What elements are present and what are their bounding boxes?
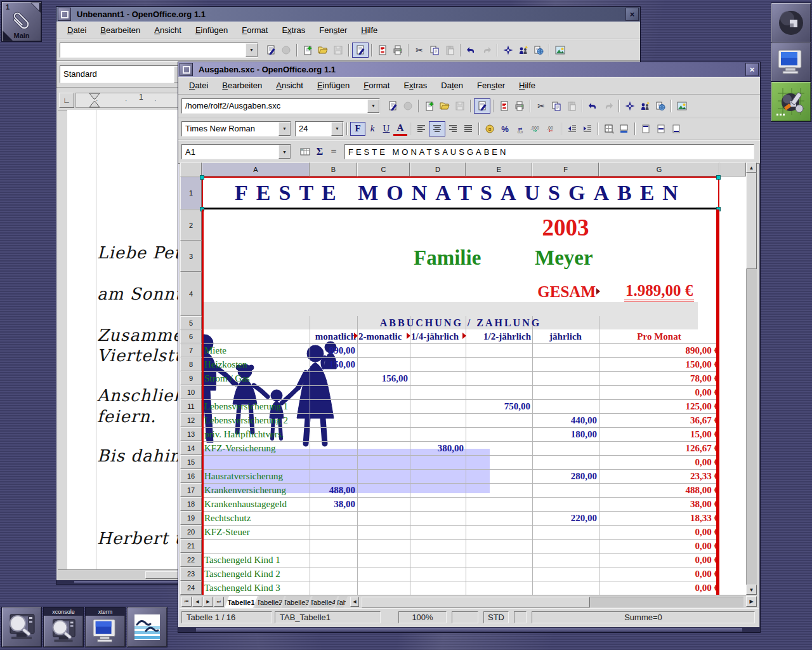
print-preview-icon[interactable]: [390, 43, 405, 57]
menu-fenster[interactable]: Fenster: [470, 77, 512, 94]
cell-F13[interactable]: 180,00: [532, 427, 599, 441]
edit-file-icon[interactable]: [263, 43, 278, 57]
cell-G23[interactable]: 0,00 €: [599, 567, 719, 581]
sheet-tab-tabelle4[interactable]: Tabelle4: [308, 596, 337, 608]
spreadsheet-grid[interactable]: ABCDEFG123456789101112131415161718192021…: [180, 162, 746, 595]
cell-G7[interactable]: 890,00 €: [599, 343, 719, 357]
gallery-icon[interactable]: [638, 99, 653, 113]
edit-file-mode-icon[interactable]: [352, 43, 369, 58]
scroll-up-icon[interactable]: ▲: [746, 162, 757, 173]
gallery-icon[interactable]: [516, 43, 531, 57]
undo-icon[interactable]: [586, 99, 601, 113]
row-label-18[interactable]: Krankenhaustagegeld: [203, 497, 310, 511]
menu-fenster[interactable]: Fenster: [312, 22, 354, 39]
menu-bearbeiten[interactable]: Bearbeiten: [93, 22, 147, 39]
row-header-17[interactable]: 17: [180, 483, 202, 497]
row-label-7[interactable]: Miete: [203, 343, 310, 357]
row-header-10[interactable]: 10: [180, 385, 202, 399]
chevron-down-icon[interactable]: ▼: [278, 145, 291, 159]
align-top-icon[interactable]: [638, 122, 653, 136]
dock-tile-magnifier-1[interactable]: [1, 607, 42, 647]
cell-F12[interactable]: 440,00: [532, 413, 599, 427]
paste-icon[interactable]: [442, 43, 457, 57]
row-header-4[interactable]: 4: [180, 272, 202, 316]
calc-titlebar[interactable]: Ausgaben.sxc - OpenOffice.org 1.1 ×: [178, 62, 760, 77]
menu-ansicht[interactable]: Ansicht: [147, 22, 188, 39]
clip-prev-arrow[interactable]: [3, 30, 13, 41]
window-menu-button[interactable]: [58, 8, 71, 21]
writer-titlebar[interactable]: Unbenannt1 - OpenOffice.org 1.1 ×: [56, 7, 640, 22]
row-header-1[interactable]: 1: [180, 176, 202, 209]
row-header-19[interactable]: 19: [180, 511, 202, 525]
cell-G19[interactable]: 18,33 €: [599, 511, 719, 525]
chevron-down-icon[interactable]: ▼: [331, 122, 343, 136]
cell-G24[interactable]: 0,00 €: [599, 581, 719, 595]
cell-F19[interactable]: 220,00: [532, 511, 599, 525]
cell-C9[interactable]: 156,00: [357, 371, 410, 385]
align-center-icon[interactable]: [429, 121, 445, 136]
redo-icon[interactable]: [601, 99, 616, 113]
column-header-C[interactable]: C: [357, 162, 410, 176]
row-header-11[interactable]: 11: [180, 399, 202, 413]
increase-indent-icon[interactable]: [580, 122, 595, 136]
menu-bearbeiten[interactable]: Bearbeiten: [215, 77, 269, 94]
corner-header[interactable]: [180, 162, 202, 176]
formula-input[interactable]: FESTE MONATSAUSGABEN: [344, 144, 754, 159]
align-right-icon[interactable]: [445, 122, 461, 136]
dock-tile-paint[interactable]: [771, 81, 811, 122]
status-selection-mode[interactable]: STD: [483, 611, 509, 623]
row-header-3[interactable]: 3: [180, 241, 202, 272]
decrease-indent-icon[interactable]: [565, 122, 580, 136]
dock-tile-xconsole[interactable]: xconsole: [43, 607, 84, 647]
stop-loading-icon[interactable]: [278, 43, 294, 57]
row-label-23[interactable]: Taschengeld Kind 2: [203, 567, 310, 581]
menu-hilfe[interactable]: Hilfe: [512, 77, 542, 94]
add-decimal-icon[interactable]: ,000: [528, 122, 543, 136]
row-header-7[interactable]: 7: [180, 343, 202, 357]
formula-button[interactable]: =: [327, 145, 341, 158]
row-label-24[interactable]: Taschengeld Kind 3: [203, 581, 310, 595]
menu-datei[interactable]: Datei: [182, 77, 215, 94]
italic-button[interactable]: k: [365, 123, 379, 135]
cell-G12[interactable]: 36,67 €: [599, 413, 719, 427]
cell-G11[interactable]: 125,00 €: [599, 399, 719, 413]
row-label-12[interactable]: Lebensversicherung 2: [203, 413, 310, 427]
font-size-combobox[interactable]: 24 ▼: [295, 121, 344, 136]
copy-icon[interactable]: [549, 99, 564, 113]
first-sheet-icon[interactable]: ⏮: [181, 597, 192, 607]
edit-file-icon[interactable]: [385, 99, 400, 113]
row-header-18[interactable]: 18: [180, 497, 202, 511]
menu-daten[interactable]: Daten: [434, 77, 470, 94]
wm-clip[interactable]: 1 Main: [1, 1, 42, 42]
menu-einfügen[interactable]: Einfügen: [310, 77, 357, 94]
row-header-9[interactable]: 9: [180, 371, 202, 385]
insert-graphics-icon[interactable]: [674, 99, 690, 113]
font-color-button[interactable]: A: [393, 121, 407, 136]
status-insert-mode[interactable]: [452, 611, 478, 623]
delete-decimal-icon[interactable]: ,00: [543, 122, 558, 136]
row-header-21[interactable]: 21: [180, 539, 202, 553]
cell-G21[interactable]: 0,00 €: [599, 539, 719, 553]
paragraph-style-combobox[interactable]: Standard ▼: [60, 65, 187, 83]
row-label-17[interactable]: Krankenversicherung: [203, 483, 310, 497]
row-header-23[interactable]: 23: [180, 567, 202, 581]
sheet-tab-tabelle3[interactable]: Tabelle3: [282, 596, 311, 608]
cell-B18[interactable]: 38,00: [310, 497, 357, 511]
navigator-icon[interactable]: [501, 43, 516, 57]
align-justify-icon[interactable]: [461, 122, 476, 136]
row-label-19[interactable]: Rechtschutz: [203, 511, 310, 525]
sum-button[interactable]: Σ: [313, 145, 327, 158]
row-label-16[interactable]: Hausratversicherung: [203, 469, 310, 483]
row-header-6[interactable]: 6: [180, 329, 202, 343]
chevron-down-icon[interactable]: ▼: [246, 43, 258, 57]
align-left-icon[interactable]: [414, 122, 429, 136]
tab-stop-selector[interactable]: ∟: [59, 93, 74, 108]
menu-extras[interactable]: Extras: [275, 22, 312, 39]
cell-G8[interactable]: 150,00 €: [599, 357, 719, 371]
navigator-icon[interactable]: [622, 99, 638, 113]
cell-G10[interactable]: 0,00 €: [599, 385, 719, 399]
horizontal-scrollbar[interactable]: [362, 597, 743, 607]
menu-datei[interactable]: Datei: [60, 22, 93, 39]
row-header-20[interactable]: 20: [180, 525, 202, 539]
cell-G17[interactable]: 488,00 €: [599, 483, 719, 497]
